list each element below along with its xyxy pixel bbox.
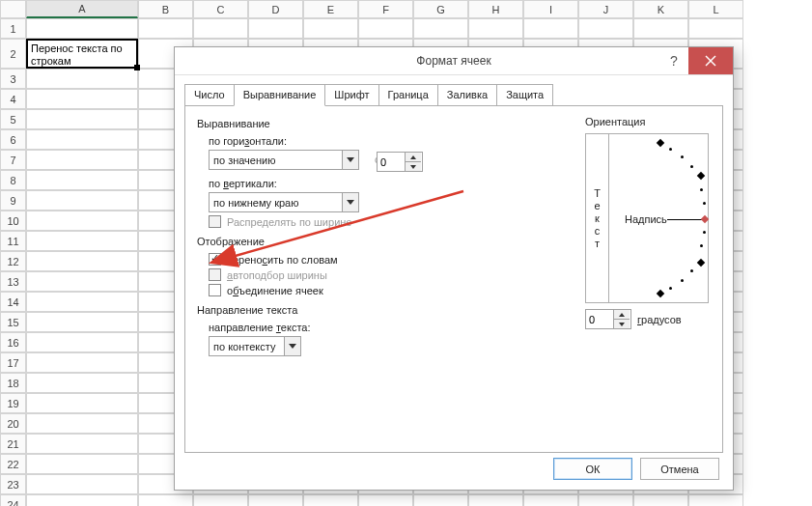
cell[interactable] <box>26 69 138 89</box>
cell[interactable] <box>303 494 358 506</box>
cell[interactable] <box>26 494 138 506</box>
active-cell[interactable]: Перенос текста по строкам <box>26 39 138 69</box>
column-header[interactable]: B <box>138 0 193 18</box>
row-header[interactable]: 15 <box>0 312 26 332</box>
column-header[interactable]: F <box>358 0 413 18</box>
cell[interactable] <box>413 494 468 506</box>
tab-шрифт[interactable]: Шрифт <box>324 84 378 106</box>
cell[interactable] <box>468 494 523 506</box>
cell[interactable] <box>26 312 138 332</box>
cell[interactable] <box>578 494 633 506</box>
cell[interactable] <box>688 18 743 39</box>
tab-защита[interactable]: Защита <box>496 84 553 106</box>
row-header[interactable]: 8 <box>0 170 26 190</box>
cell[interactable] <box>26 454 138 474</box>
cell[interactable] <box>26 413 138 434</box>
column-header[interactable]: K <box>633 0 688 18</box>
close-button[interactable] <box>688 47 733 74</box>
row-header[interactable]: 11 <box>0 231 26 251</box>
row-header[interactable]: 13 <box>0 271 26 292</box>
row-header[interactable]: 4 <box>0 89 26 109</box>
cell[interactable] <box>26 109 138 129</box>
cell[interactable] <box>26 373 138 393</box>
row-header[interactable]: 10 <box>0 211 26 231</box>
row-header[interactable]: 19 <box>0 393 26 413</box>
merge-cells-checkbox[interactable] <box>209 284 221 296</box>
cell[interactable] <box>26 231 138 251</box>
column-header[interactable]: D <box>248 0 303 18</box>
cell[interactable] <box>26 393 138 413</box>
orientation-handle[interactable] <box>701 215 709 223</box>
tab-заливка[interactable]: Заливка <box>437 84 497 106</box>
cell[interactable] <box>26 89 138 109</box>
v-align-select[interactable]: по нижнему краю <box>209 192 359 212</box>
cell[interactable] <box>26 190 138 211</box>
indent-down[interactable] <box>406 162 421 171</box>
ok-button[interactable]: ОК <box>553 458 632 480</box>
orientation-degrees-spinner[interactable] <box>585 309 631 329</box>
cell[interactable] <box>26 332 138 352</box>
row-header[interactable]: 14 <box>0 292 26 312</box>
cell[interactable] <box>138 494 193 506</box>
row-header[interactable]: 9 <box>0 190 26 211</box>
column-header[interactable]: H <box>468 0 523 18</box>
row-header[interactable]: 24 <box>0 494 26 506</box>
cell[interactable] <box>26 170 138 190</box>
dialog-titlebar[interactable]: Формат ячеек ? <box>175 47 733 75</box>
row-header[interactable]: 7 <box>0 150 26 170</box>
row-header[interactable]: 18 <box>0 373 26 393</box>
select-all-corner[interactable] <box>0 0 26 18</box>
cell[interactable] <box>633 18 688 39</box>
row-header[interactable]: 16 <box>0 332 26 352</box>
cancel-button[interactable]: Отмена <box>640 458 719 480</box>
cell[interactable] <box>578 18 633 39</box>
tab-число[interactable]: Число <box>184 84 235 106</box>
cell[interactable] <box>523 18 578 39</box>
cell[interactable] <box>303 18 358 39</box>
row-header[interactable]: 2 <box>0 39 26 69</box>
row-header[interactable]: 1 <box>0 18 26 39</box>
cell[interactable] <box>193 494 248 506</box>
column-header[interactable]: I <box>523 0 578 18</box>
column-header[interactable]: C <box>193 0 248 18</box>
cell[interactable] <box>26 129 138 150</box>
indent-spinner[interactable] <box>377 152 423 172</box>
tab-граница[interactable]: Граница <box>378 84 438 106</box>
degrees-up[interactable] <box>614 310 630 320</box>
cell[interactable] <box>138 18 193 39</box>
row-header[interactable]: 12 <box>0 251 26 271</box>
row-header[interactable]: 5 <box>0 109 26 129</box>
cell[interactable] <box>193 18 248 39</box>
cell[interactable] <box>523 494 578 506</box>
tab-выравнивание[interactable]: Выравнивание <box>234 84 326 106</box>
indent-input[interactable] <box>378 153 405 171</box>
row-header[interactable]: 22 <box>0 454 26 474</box>
degrees-down[interactable] <box>614 320 630 328</box>
row-header[interactable]: 6 <box>0 129 26 150</box>
help-button[interactable]: ? <box>659 47 688 74</box>
row-header[interactable]: 23 <box>0 474 26 494</box>
text-direction-select[interactable]: по контексту <box>209 336 301 356</box>
column-header[interactable]: L <box>688 0 743 18</box>
cell[interactable] <box>248 494 303 506</box>
cell[interactable] <box>468 18 523 39</box>
indent-up[interactable] <box>406 153 421 162</box>
h-align-select[interactable]: по значению <box>209 150 359 170</box>
cell[interactable] <box>358 18 413 39</box>
cell[interactable] <box>26 292 138 312</box>
cell[interactable] <box>26 251 138 271</box>
cell[interactable] <box>413 18 468 39</box>
column-header[interactable]: G <box>413 0 468 18</box>
cell[interactable] <box>688 494 743 506</box>
wrap-text-checkbox[interactable] <box>209 253 221 266</box>
cell[interactable] <box>26 352 138 373</box>
cell[interactable] <box>26 271 138 292</box>
cell[interactable] <box>633 494 688 506</box>
column-header[interactable]: E <box>303 0 358 18</box>
orientation-dial[interactable]: Надпись <box>609 134 708 302</box>
column-header[interactable]: J <box>578 0 633 18</box>
cell[interactable] <box>26 474 138 494</box>
column-header[interactable]: A <box>26 0 138 18</box>
fill-handle[interactable] <box>134 65 140 70</box>
row-header[interactable]: 3 <box>0 69 26 89</box>
